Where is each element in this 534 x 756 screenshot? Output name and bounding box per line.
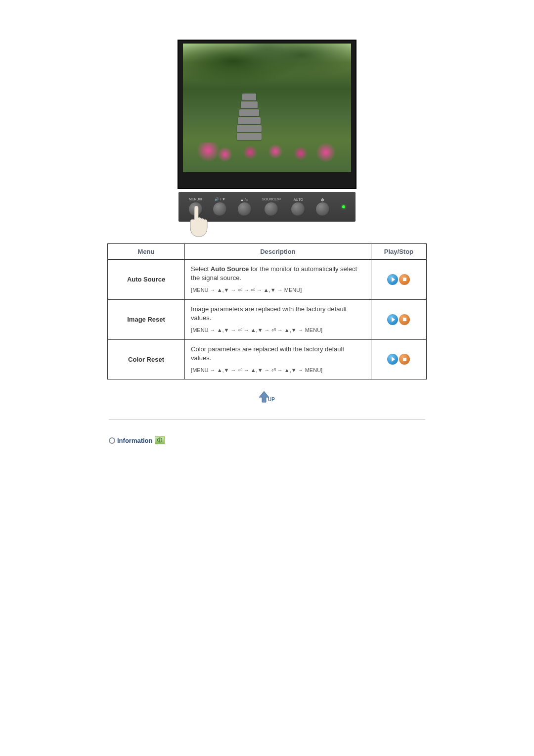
round-button[interactable] [213,202,227,216]
nav-sequence: [MENU → ▲,▼ → ⏎ → ▲,▼ → ⏎ → ▲,▼ → MENU] [191,327,365,334]
up-label-text: UP [268,397,275,402]
stop-icon[interactable] [399,354,410,365]
round-button[interactable] [238,202,252,216]
panel-btn-brightup: ▲ /☼ [238,198,252,216]
panel-btn-auto: AUTO [291,198,305,216]
panel-label: ⏻ [321,198,324,201]
menu-name-cell: Auto Source [108,260,185,300]
round-button[interactable] [265,202,278,216]
panel-label: MENU/Ⅲ [189,197,203,201]
menu-table: Menu Description Play/Stop Auto Source S… [107,243,427,379]
desc-text: Select [191,265,211,273]
panel-btn-power: ⏻ [316,198,330,216]
round-button[interactable] [291,202,305,216]
desc-text: Image parameters are replaced with the f… [191,305,347,322]
power-led-icon [342,205,345,208]
table-row: Color Reset Color parameters are replace… [108,339,427,379]
page-container: MENU/Ⅲ 🔊 / ▼ ▲ /☼ SOURCE/⏎ AUTO ⏻ [0,0,534,444]
panel-label: SOURCE/⏎ [262,197,281,201]
th-description: Description [185,244,371,260]
playstop-cell [371,339,426,379]
table-header-row: Menu Description Play/Stop [108,244,427,260]
panel-label: ▲ /☼ [240,198,249,201]
information-badge-icon: ⓘ [155,436,165,444]
playstop-cell [371,260,426,300]
description-cell: Select Auto Source for the monitor to au… [185,260,371,300]
up-link[interactable]: UP [257,389,277,404]
nav-sequence: [MENU → ▲,▼ → ⏎ → ⏎ → ▲,▼ → MENU] [191,286,365,294]
table-row: Image Reset Image parameters are replace… [108,299,427,339]
flowers-graphic [183,142,351,162]
panel-btn-voldown: 🔊 / ▼ [213,197,227,216]
stop-icon[interactable] [399,314,410,325]
desc-strong: Auto Source [211,265,249,273]
monitor-button-panel: MENU/Ⅲ 🔊 / ▼ ▲ /☼ SOURCE/⏎ AUTO ⏻ [178,192,356,222]
monitor-display [178,40,356,189]
play-icon[interactable] [387,274,398,285]
table-row: Auto Source Select Auto Source for the m… [108,260,427,300]
description-cell: Image parameters are replaced with the f… [185,299,371,339]
stop-icon[interactable] [399,274,410,285]
playstop-cell [371,299,426,339]
play-icon[interactable] [387,354,398,365]
panel-label: AUTO [294,198,303,201]
monitor-photo [183,44,351,172]
th-menu: Menu [108,244,185,260]
information-label: Information [117,437,153,444]
th-playstop: Play/Stop [371,244,426,260]
menu-name-cell: Image Reset [108,299,185,339]
pagoda-graphic [237,93,262,147]
bullet-icon [109,437,115,444]
round-button[interactable] [316,202,330,216]
menu-name-cell: Color Reset [108,339,185,379]
play-icon[interactable] [387,314,398,325]
desc-text: Color parameters are replaced with the f… [191,345,344,362]
nav-sequence: [MENU → ▲,▼ → ⏎ → ▲,▼ → ⏎ → ▲,▼ → MENU] [191,367,365,374]
panel-label: 🔊 / ▼ [215,197,225,201]
information-heading: Information ⓘ [109,436,425,444]
pointing-finger-icon [185,206,210,240]
panel-btn-source: SOURCE/⏎ [262,197,281,216]
description-cell: Color parameters are replaced with the f… [185,339,371,379]
section-divider [109,419,425,420]
